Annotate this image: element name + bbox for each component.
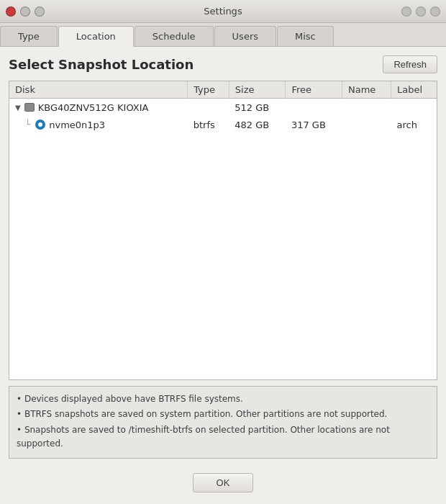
disk-cell: ▼ KBG40ZNV512G KIOXIA	[9, 99, 188, 117]
disk-name-col	[342, 99, 391, 117]
tab-location[interactable]: Location	[58, 26, 134, 47]
window-title: Settings	[204, 6, 242, 17]
right-btn-2	[416, 6, 426, 17]
info-line-1: • Devices displayed above have BTRFS fil…	[17, 392, 429, 406]
close-button[interactable]	[6, 6, 16, 17]
partition-cell: └ nvme0n1p3	[9, 116, 188, 133]
disk-type	[188, 99, 229, 117]
col-label: Label	[391, 81, 437, 99]
content-area: Select Snapshot Location Refresh Disk Ty…	[0, 47, 446, 464]
partition-label: arch	[391, 116, 437, 133]
tab-bar: Type Location Schedule Users Misc	[0, 23, 446, 47]
partition-name-cell: └ nvme0n1p3	[15, 119, 182, 130]
hdd-icon	[24, 102, 35, 113]
col-size: Size	[229, 81, 286, 99]
maximize-button	[35, 6, 45, 17]
disk-label	[391, 99, 437, 117]
disk-name: KBG40ZNV512G KIOXIA	[38, 102, 149, 113]
partition-name-col	[342, 116, 391, 133]
expand-icon[interactable]: ▼	[15, 104, 21, 112]
info-box: • Devices displayed above have BTRFS fil…	[9, 386, 437, 459]
tree-line-icon: └	[25, 120, 30, 130]
main-window: Type Location Schedule Users Misc Select…	[0, 23, 446, 504]
disk-name-cell: ▼ KBG40ZNV512G KIOXIA	[15, 102, 182, 113]
page-title: Select Snapshot Location	[9, 57, 194, 72]
right-btn-1	[401, 6, 411, 17]
window-controls	[6, 6, 45, 17]
col-disk: Disk	[9, 81, 188, 99]
refresh-button[interactable]: Refresh	[383, 55, 437, 73]
partition-icon	[35, 119, 46, 130]
header-row: Select Snapshot Location Refresh	[9, 55, 437, 73]
disk-table: Disk Type Size Free Name Label ▼	[9, 81, 437, 133]
partition-type: btrfs	[188, 116, 229, 133]
titlebar: Settings	[0, 0, 446, 23]
col-type: Type	[188, 81, 229, 99]
tab-users[interactable]: Users	[214, 26, 276, 46]
partition-size: 482 GB	[229, 116, 286, 133]
info-line-3: • Snapshots are saved to /timeshift-btrf…	[17, 423, 429, 451]
table-header: Disk Type Size Free Name Label	[9, 81, 437, 99]
right-window-controls	[401, 6, 440, 17]
ok-button[interactable]: OK	[193, 473, 254, 492]
minimize-button	[20, 6, 30, 17]
footer: OK	[0, 464, 446, 504]
tab-misc[interactable]: Misc	[277, 26, 334, 46]
table-row[interactable]: └ nvme0n1p3 btrfs 482 GB 317 GB arch	[9, 116, 437, 133]
tab-type[interactable]: Type	[0, 26, 58, 46]
partition-free: 317 GB	[286, 116, 342, 133]
tab-schedule[interactable]: Schedule	[135, 26, 214, 46]
info-line-2: • BTRFS snapshots are saved on system pa…	[17, 408, 429, 421]
disk-size: 512 GB	[229, 99, 286, 117]
table-body: ▼ KBG40ZNV512G KIOXIA 512 GB	[9, 99, 437, 134]
disk-table-container[interactable]: Disk Type Size Free Name Label ▼	[9, 81, 437, 380]
col-free: Free	[286, 81, 342, 99]
disk-free	[286, 99, 342, 117]
table-row[interactable]: ▼ KBG40ZNV512G KIOXIA 512 GB	[9, 99, 437, 117]
partition-name: nvme0n1p3	[49, 120, 105, 130]
right-btn-3	[430, 6, 440, 17]
col-name: Name	[342, 81, 391, 99]
